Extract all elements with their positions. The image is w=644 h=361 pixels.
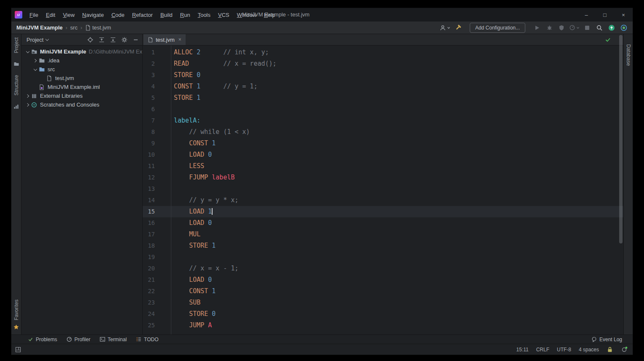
code-line[interactable]: 12 FJUMP labelB xyxy=(143,172,623,183)
maximize-button[interactable]: □ xyxy=(596,8,614,21)
chevron-down-icon[interactable] xyxy=(32,67,38,72)
chevron-down-icon[interactable] xyxy=(44,37,50,43)
tool-stripe-structure[interactable]: Structure xyxy=(13,75,19,96)
write-lock-icon[interactable] xyxy=(607,346,613,353)
menu-item-build[interactable]: Build xyxy=(157,10,176,20)
breadcrumb-item[interactable]: src xyxy=(69,24,78,31)
chevron-right-icon[interactable] xyxy=(25,93,31,99)
logo-text: IJ xyxy=(17,13,20,16)
toolwindow-button-profiler[interactable]: Profiler xyxy=(62,335,95,344)
code-line[interactable]: 23 SUB xyxy=(143,297,623,308)
collapse-all-icon[interactable] xyxy=(109,36,116,43)
breadcrumb-item[interactable]: test.jvm xyxy=(84,24,112,31)
menu-item-code[interactable]: Code xyxy=(108,10,128,20)
menu-item-navigate[interactable]: Navigate xyxy=(78,10,107,20)
toolwindow-button-problems[interactable]: Problems xyxy=(23,335,62,344)
project-panel-title[interactable]: Project xyxy=(27,37,43,43)
code-line[interactable]: 20 // x = x - 1; xyxy=(143,263,623,274)
notifications-gear-icon[interactable] xyxy=(621,346,628,353)
minimize-button[interactable]: – xyxy=(577,8,596,21)
user-dropdown-button[interactable] xyxy=(439,23,450,33)
status-indent[interactable]: 4 spaces xyxy=(579,347,599,353)
toolwindow-button-terminal[interactable]: Terminal xyxy=(95,335,131,344)
code-line[interactable]: 11 LESS xyxy=(143,160,623,172)
toolwindow-switcher-icon[interactable] xyxy=(15,346,21,353)
menu-item-file[interactable]: File xyxy=(26,10,42,20)
status-line-separator[interactable]: CRLF xyxy=(536,347,549,353)
profiler-button[interactable] xyxy=(569,23,580,33)
code-line[interactable]: 16 LOAD 0 xyxy=(143,217,623,229)
editor-scrollbar[interactable] xyxy=(619,35,623,243)
code-text: STORE 0 xyxy=(171,70,200,81)
status-caret-position[interactable]: 15:11 xyxy=(516,347,528,353)
expand-all-icon[interactable] xyxy=(98,36,105,43)
tab-close-icon[interactable]: × xyxy=(178,37,181,43)
code-line[interactable]: 3STORE 0 xyxy=(143,70,623,81)
menu-item-tools[interactable]: Tools xyxy=(194,10,214,20)
code-line[interactable]: 5STORE 1 xyxy=(143,92,623,104)
line-number: 7 xyxy=(143,115,171,126)
event-log-button[interactable]: Event Log xyxy=(587,337,627,342)
tab-test-jvm[interactable]: test.jvm × xyxy=(144,34,186,45)
tree-row[interactable]: src xyxy=(21,65,142,74)
code-line[interactable]: 4CONST 1 // y = 1; xyxy=(143,81,623,92)
line-number: 18 xyxy=(143,240,171,251)
debug-button[interactable] xyxy=(545,23,554,33)
menu-item-run[interactable]: Run xyxy=(176,10,194,20)
chevron-right-icon[interactable] xyxy=(32,58,38,64)
code-line[interactable]: 18 STORE 1 xyxy=(143,240,623,251)
star-icon[interactable] xyxy=(13,324,20,330)
breadcrumb-item[interactable]: MiniJVM Example xyxy=(16,24,64,31)
settings-gear-icon[interactable] xyxy=(121,36,128,43)
code-line[interactable]: 10 LOAD 0 xyxy=(143,149,623,160)
update-available-button[interactable] xyxy=(607,23,616,33)
folder-icon[interactable] xyxy=(13,61,20,67)
code-line[interactable]: 9 CONST 1 xyxy=(143,138,623,149)
code-line[interactable]: 6 xyxy=(143,104,623,115)
tool-stripe-database[interactable]: Database xyxy=(625,44,631,66)
tool-stripe-project[interactable]: Project xyxy=(13,37,19,53)
code-line[interactable]: 19 xyxy=(143,251,623,263)
coverage-button[interactable] xyxy=(557,23,566,33)
editor-code[interactable]: 1ALLOC 2 // int x, y;2READ // x = read()… xyxy=(143,45,623,334)
tree-row[interactable]: test.jvm xyxy=(21,74,142,83)
menu-item-view[interactable]: View xyxy=(59,10,78,20)
code-line[interactable]: 2READ // x = read(); xyxy=(143,58,623,70)
build-hammer-button[interactable] xyxy=(453,23,463,33)
code-line[interactable]: 14 // y = y * x; xyxy=(143,195,623,206)
code-line[interactable]: 22 CONST 1 xyxy=(143,286,623,297)
add-configuration-button[interactable]: Add Configuration... xyxy=(470,23,525,33)
plugin-update-button[interactable] xyxy=(619,23,628,33)
hide-panel-icon[interactable] xyxy=(132,36,139,43)
status-encoding[interactable]: UTF-8 xyxy=(557,347,571,353)
tree-row[interactable]: Scratches and Consoles xyxy=(21,100,142,109)
stop-button[interactable] xyxy=(583,23,592,33)
code-line[interactable]: 25 JUMP A xyxy=(143,320,623,331)
bar-chart-icon[interactable] xyxy=(13,103,20,110)
line-number: 9 xyxy=(143,138,171,149)
tool-stripe-favorites[interactable]: Favorites xyxy=(13,299,19,320)
menu-item-edit[interactable]: Edit xyxy=(42,10,59,20)
select-opened-file-icon[interactable] xyxy=(87,36,93,43)
code-line[interactable]: 17 MUL xyxy=(143,229,623,240)
inspection-ok-icon[interactable] xyxy=(605,37,611,44)
toolwindow-button-todo[interactable]: TODO xyxy=(131,335,163,344)
code-line[interactable]: 8 // while (1 < x) xyxy=(143,126,623,138)
search-everywhere-button[interactable] xyxy=(595,23,604,33)
chevron-right-icon[interactable] xyxy=(25,102,31,108)
close-button[interactable]: × xyxy=(614,8,633,21)
run-button[interactable] xyxy=(532,23,542,33)
chevron-down-icon[interactable] xyxy=(25,49,31,55)
code-line[interactable]: 13 xyxy=(143,183,623,195)
code-line[interactable]: 21 LOAD 0 xyxy=(143,274,623,286)
menu-item-vcs[interactable]: VCS xyxy=(214,10,233,20)
tree-row[interactable]: MiniJVM ExampleD:\Github\MiniJVM Exampl xyxy=(21,47,142,56)
code-line[interactable]: 15 LOAD 1 xyxy=(143,206,623,217)
code-line[interactable]: 24 STORE 0 xyxy=(143,308,623,320)
menu-item-refactor[interactable]: Refactor xyxy=(128,10,157,20)
tree-row[interactable]: .idea xyxy=(21,56,142,65)
tree-row[interactable]: External Libraries xyxy=(21,91,142,100)
code-line[interactable]: 7labelA: xyxy=(143,115,623,126)
code-line[interactable]: 1ALLOC 2 // int x, y; xyxy=(143,47,623,58)
tree-row[interactable]: MiniJVM Example.iml xyxy=(21,83,142,91)
